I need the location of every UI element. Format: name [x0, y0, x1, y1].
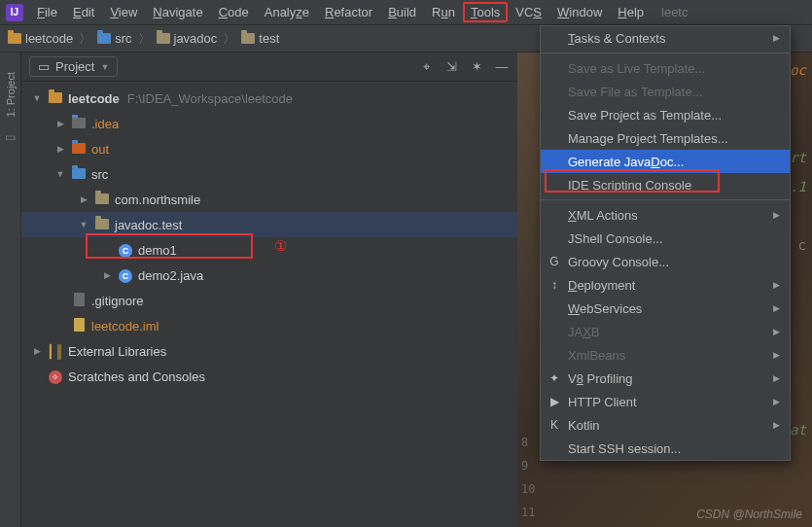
breadcrumb-item[interactable]: src〉: [97, 30, 152, 48]
menu-run[interactable]: Run: [424, 2, 463, 22]
chevron-down-icon: ▼: [100, 62, 109, 72]
tool-window-header: ▭ Project ▼ ⌖ ⇲ ✶ —: [21, 53, 517, 82]
tree-node-idea[interactable]: .idea: [21, 111, 517, 136]
menu-navigate[interactable]: Navigate: [145, 2, 210, 22]
menu-item-label: Save as Live Template...: [568, 61, 705, 76]
folder-icon: [72, 118, 86, 128]
submenu-arrow-icon: ▶: [773, 210, 780, 220]
menu-code[interactable]: Code: [211, 2, 257, 22]
submenu-arrow-icon: ▶: [773, 420, 780, 430]
breadcrumb-item[interactable]: javadoc〉: [157, 30, 238, 48]
submenu-arrow-icon: ▶: [773, 397, 780, 406]
submenu-arrow-icon: ▶: [773, 350, 780, 360]
menu-item-label: XML Actions: [568, 208, 638, 223]
class-icon: C: [119, 244, 132, 258]
menu-item-label: XmlBeans: [568, 348, 625, 363]
menu-item-ide-scripting-console[interactable]: IDE Scripting Console: [541, 173, 790, 196]
module-icon: [49, 92, 62, 103]
tree-node-iml[interactable]: leetcode.iml: [21, 313, 517, 338]
code-fragment: oc: [790, 62, 806, 78]
menu-item-icon: G: [547, 255, 562, 268]
class-icon: C: [119, 269, 132, 283]
menu-item-save-project-as-template[interactable]: Save Project as Template...: [541, 103, 790, 126]
submenu-arrow-icon: ▶: [773, 280, 780, 290]
iml-file-icon: [74, 318, 85, 332]
tree-node-scratches[interactable]: ✧ Scratches and Consoles: [21, 364, 517, 389]
tree-node-src[interactable]: src: [21, 161, 517, 187]
menu-item-label: Save File as Template...: [568, 85, 703, 99]
tree-node-out[interactable]: out: [21, 136, 517, 161]
select-opened-file-icon[interactable]: ⌖: [418, 59, 434, 75]
scratch-icon: ✧: [49, 370, 62, 384]
menu-item-webservices[interactable]: WebServices▶: [541, 297, 790, 320]
menu-item-label: Generate JavaDoc...: [568, 155, 684, 169]
submenu-arrow-icon: ▶: [773, 327, 780, 336]
tree-node-class[interactable]: C demo1: [21, 237, 517, 263]
expand-all-icon[interactable]: ⇲: [443, 59, 459, 74]
breadcrumb-item[interactable]: test: [241, 31, 279, 46]
library-icon: ┃║: [47, 344, 64, 359]
submenu-arrow-icon: ▶: [773, 303, 780, 313]
menu-item-xml-actions[interactable]: XML Actions▶: [541, 203, 790, 227]
menu-item-v8-profiling[interactable]: ✦V8 Profiling▶: [541, 367, 790, 390]
menu-item-label: JShell Console...: [568, 231, 663, 246]
tree-node-javadoc-test[interactable]: javadoc.test: [21, 212, 517, 237]
menu-refactor[interactable]: Refactor: [317, 2, 380, 22]
menu-item-icon: K: [547, 418, 562, 432]
menu-item-jshell-console[interactable]: JShell Console...: [541, 227, 790, 250]
project-tool-button[interactable]: 1: Project: [5, 72, 17, 117]
module-icon: [8, 33, 21, 44]
line-number: 10: [521, 482, 535, 496]
menu-item-label: Deployment: [568, 278, 635, 293]
menu-item-tasks-contexts[interactable]: Tasks & Contexts▶: [541, 26, 790, 50]
menu-item-groovy-console[interactable]: GGroovy Console...: [541, 250, 790, 273]
menu-file[interactable]: File: [29, 2, 65, 22]
settings-gear-icon[interactable]: ✶: [469, 59, 484, 74]
menu-item-deployment[interactable]: ↕Deployment▶: [541, 273, 790, 297]
menu-item-label: WebServices: [568, 301, 642, 316]
file-icon: [74, 293, 85, 306]
ide-logo-icon: IJ: [6, 4, 23, 21]
menu-item-icon: ▶: [547, 395, 562, 408]
menu-item-label: Groovy Console...: [568, 255, 669, 269]
project-tree[interactable]: leetcodeF:\IDEA_Workspace\leetcode .idea…: [21, 82, 517, 393]
view-combo[interactable]: ▭ Project ▼: [29, 56, 118, 77]
menu-item-http-client[interactable]: ▶HTTP Client▶: [541, 390, 790, 413]
package-icon: [241, 33, 255, 44]
breadcrumb-item[interactable]: leetcode〉: [8, 30, 93, 48]
menu-view[interactable]: View: [102, 2, 145, 22]
tree-node-class[interactable]: C demo2.java: [21, 263, 517, 288]
menu-item-kotlin[interactable]: KKotlin▶: [541, 413, 790, 437]
code-fragment: c: [798, 237, 806, 253]
menu-item-manage-project-templates[interactable]: Manage Project Templates...: [541, 126, 790, 150]
menu-analyze[interactable]: Analyze: [257, 2, 317, 22]
source-folder-icon: [72, 168, 86, 179]
package-icon: [157, 33, 170, 44]
menu-item-generate-javadoc[interactable]: Generate JavaDoc...: [541, 150, 790, 173]
tree-node-gitignore[interactable]: .gitignore: [21, 288, 517, 313]
menu-vcs[interactable]: VCS: [508, 2, 549, 22]
menu-item-start-ssh-session[interactable]: Start SSH session...: [541, 437, 790, 460]
tree-node-external-libraries[interactable]: ┃║ External Libraries: [21, 338, 517, 364]
menu-separator: [541, 199, 790, 200]
submenu-arrow-icon: ▶: [773, 373, 780, 383]
menu-window[interactable]: Window: [549, 2, 610, 22]
menu-item-save-file-as-template: Save File as Template...: [541, 80, 790, 103]
menu-tools[interactable]: Tools: [463, 2, 508, 22]
menu-bar: IJ File Edit View Navigate Code Analyze …: [0, 0, 812, 25]
menu-edit[interactable]: Edit: [65, 2, 102, 22]
code-fragment: .1: [790, 179, 806, 194]
folder-icon: [97, 33, 111, 44]
tree-node-project-root[interactable]: leetcodeF:\IDEA_Workspace\leetcode: [21, 86, 517, 111]
line-number: 8: [521, 436, 528, 449]
menu-help[interactable]: Help: [610, 2, 652, 22]
menu-build[interactable]: Build: [380, 2, 424, 22]
hide-tool-window-icon[interactable]: —: [494, 59, 510, 74]
tree-node-package[interactable]: com.northsmile: [21, 187, 517, 212]
menu-item-label: Manage Project Templates...: [568, 131, 728, 146]
tool-window-stripe: 1: Project ▭: [0, 53, 21, 527]
menu-item-label: HTTP Client: [568, 395, 637, 409]
structure-tool-icon[interactable]: ▭: [4, 130, 18, 144]
line-number: 11: [521, 506, 535, 519]
menu-item-label: Save Project as Template...: [568, 108, 722, 123]
